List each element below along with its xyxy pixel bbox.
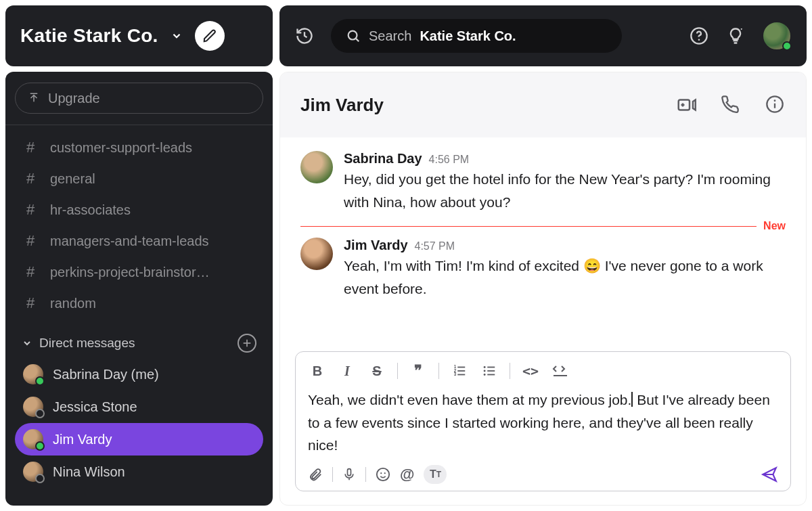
app-root: Katie Stark Co. Search Katie Stark Co. [0, 0, 812, 511]
channel-name: customer-support-leads [50, 140, 192, 156]
search-icon [346, 28, 361, 43]
user-avatar[interactable] [762, 21, 792, 51]
hash-icon: # [23, 263, 38, 281]
toggle-format-button[interactable]: TT [424, 465, 447, 484]
plus-icon [242, 338, 252, 349]
message: Sabrina Day 4:56 PM Hey, did you get the… [300, 151, 786, 213]
upgrade-label: Upgrade [48, 91, 100, 106]
channel-item[interactable]: #perkins-project-brainstor… [15, 257, 263, 288]
svg-point-29 [380, 472, 382, 474]
ordered-list-button[interactable]: 123 [450, 361, 469, 380]
mic-icon [342, 467, 356, 482]
composer-input[interactable]: Yeah, we didn't even have them at my pre… [308, 388, 778, 457]
italic-button[interactable]: I [338, 361, 357, 380]
main-panel: Jim Vardy [279, 72, 807, 506]
channel-name: general [50, 171, 95, 187]
info-button[interactable] [765, 95, 786, 115]
channel-item[interactable]: #customer-support-leads [15, 132, 263, 163]
hash-icon: # [23, 139, 38, 156]
message-body: Yeah, I'm with Tim! I'm kind of excited … [344, 254, 786, 300]
mention-button[interactable]: @ [400, 466, 414, 483]
channel-name: random [50, 296, 96, 311]
avatar[interactable] [300, 238, 333, 270]
phone-call-button[interactable] [721, 95, 741, 115]
presence-online-icon [35, 441, 45, 451]
presence-offline-icon [35, 474, 45, 483]
avatar [23, 364, 43, 384]
dm-item[interactable]: Nina Wilson [15, 456, 263, 488]
message-list: Sabrina Day 4:56 PM Hey, did you get the… [280, 137, 806, 339]
channel-item[interactable]: #managers-and-team-leads [15, 225, 263, 257]
presence-offline-icon [35, 409, 45, 418]
message-time: 4:57 PM [415, 240, 455, 252]
dm-name: Sabrina Day (me) [53, 367, 159, 382]
channel-item[interactable]: #general [15, 163, 263, 194]
unordered-list-button[interactable] [480, 361, 499, 380]
channel-name: perkins-project-brainstor… [50, 265, 210, 280]
presence-online-icon [35, 376, 45, 386]
upgrade-button[interactable]: Upgrade [15, 83, 263, 114]
dm-name: Jim Vardy [53, 432, 112, 447]
channel-name: managers-and-team-leads [50, 234, 209, 249]
channel-item[interactable]: #random [15, 288, 263, 319]
search-label: Search [369, 28, 411, 44]
message-time: 4:56 PM [429, 154, 470, 166]
svg-line-1 [356, 39, 359, 41]
avatar [23, 397, 43, 417]
svg-rect-27 [348, 469, 351, 476]
code-button[interactable]: <> [521, 361, 540, 380]
pencil-icon [202, 28, 217, 43]
hash-icon: # [23, 201, 38, 219]
chevron-down-icon [22, 338, 32, 349]
mic-button[interactable] [342, 467, 356, 482]
format-toolbar: B I S ❞ 123 <> [308, 361, 778, 380]
search-input[interactable]: Search Katie Stark Co. [331, 19, 622, 53]
message-author[interactable]: Jim Vardy [344, 238, 408, 253]
dm-name: Nina Wilson [53, 464, 125, 480]
svg-point-0 [348, 31, 357, 40]
help-icon[interactable] [689, 26, 709, 46]
send-button[interactable] [761, 466, 778, 483]
grin-emoji: 😄 [583, 258, 601, 273]
compose-button[interactable] [195, 21, 225, 51]
workspace-switcher[interactable]: Katie Stark Co. [5, 5, 273, 66]
bold-button[interactable]: B [308, 361, 327, 380]
avatar[interactable] [300, 151, 333, 183]
codeblock-button[interactable] [551, 361, 570, 380]
svg-point-3 [698, 39, 700, 41]
chat-title[interactable]: Jim Vardy [300, 95, 384, 116]
send-icon [761, 466, 778, 483]
svg-point-13 [774, 99, 776, 102]
blockquote-button[interactable]: ❞ [409, 361, 428, 380]
new-messages-divider: New [300, 220, 786, 232]
top-bar: Search Katie Stark Co. [279, 5, 807, 66]
new-label: New [757, 220, 786, 232]
chat-header: Jim Vardy [280, 72, 806, 137]
paperclip-icon [308, 467, 323, 482]
emoji-button[interactable] [376, 467, 390, 482]
message-body: Hey, did you get the hotel info for the … [344, 168, 786, 213]
dm-section-header[interactable]: Direct messages [15, 328, 263, 358]
message-composer: B I S ❞ 123 <> [295, 351, 791, 491]
divider [5, 125, 273, 125]
hash-icon: # [23, 294, 38, 312]
attach-button[interactable] [308, 467, 323, 482]
channel-item[interactable]: #hr-associates [15, 194, 263, 225]
dm-item[interactable]: Sabrina Day (me) [15, 358, 263, 391]
svg-point-28 [377, 468, 389, 481]
strike-button[interactable]: S [367, 361, 386, 380]
new-dm-button[interactable] [238, 334, 256, 353]
svg-text:3: 3 [454, 372, 457, 377]
svg-point-23 [484, 366, 486, 368]
avatar [23, 462, 43, 482]
upload-icon [28, 92, 40, 104]
svg-marker-8 [693, 100, 696, 110]
hash-icon: # [23, 170, 38, 187]
message-author[interactable]: Sabrina Day [344, 151, 422, 166]
lightbulb-icon[interactable] [725, 26, 746, 46]
video-call-button[interactable] [676, 95, 696, 115]
dm-item[interactable]: Jim Vardy [15, 423, 263, 456]
workspace-name: Katie Stark Co. [20, 25, 158, 47]
dm-item[interactable]: Jessica Stone [15, 391, 263, 423]
history-icon[interactable] [294, 26, 315, 46]
